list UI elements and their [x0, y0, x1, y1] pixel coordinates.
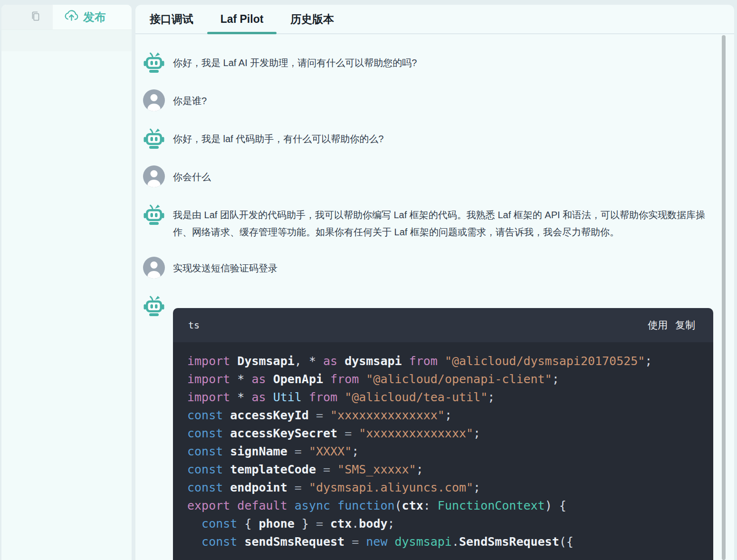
chat-message-bot: 你好，我是 laf 代码助手，有什么可以帮助你的么? — [143, 127, 734, 149]
code-line: import * as OpenApi from "@alicloud/open… — [187, 370, 699, 388]
code-line: const accessKeySecret = "xxxxxxxxxxxxxx"… — [187, 425, 699, 443]
chat-message-bot: 你好，我是 Laf AI 开发助理，请问有什么可以帮助您的吗? — [143, 51, 734, 73]
message-text: 你是谁? — [173, 89, 207, 111]
bot-avatar-icon — [143, 51, 165, 73]
tab-laf-pilot[interactable]: Laf Pilot — [207, 5, 277, 33]
code-block-header: ts 使用 复制 — [173, 308, 713, 342]
chat-area: 你好，我是 Laf AI 开发助理，请问有什么可以帮助您的吗?你是谁?你好，我是… — [135, 34, 734, 560]
code-line: import * as Util from "@alicloud/tea-uti… — [187, 388, 699, 406]
code-block: ts 使用 复制 import Dysmsapi, * as dysmsapi … — [173, 308, 713, 560]
code-actions: 使用 复制 — [648, 319, 695, 332]
code-line: const templateCode = "SMS_xxxxx"; — [187, 461, 699, 479]
copy-icon[interactable] — [29, 10, 42, 24]
code-line: const accessKeyId = "xxxxxxxxxxxxxx"; — [187, 406, 699, 425]
code-line: const sendSmsRequest = new dysmsapi.Send… — [187, 533, 699, 551]
sidebar-header: 发布 — [1, 5, 132, 29]
editor-panel: 接口调试 Laf Pilot 历史版本 你好，我是 Laf AI 开发助理，请问… — [135, 5, 734, 560]
chat-message-user: 实现发送短信验证码登录 — [143, 257, 734, 279]
bot-avatar-icon — [143, 295, 165, 317]
message-text: 实现发送短信验证码登录 — [173, 257, 278, 279]
publish-label: 发布 — [83, 10, 106, 25]
function-sidebar-panel: 发布 — [1, 5, 132, 560]
code-body: import Dysmsapi, * as dysmsapi from "@al… — [173, 342, 713, 560]
user-avatar-icon — [143, 165, 165, 187]
message-text: 你会什么 — [173, 165, 211, 187]
chat-message-bot: 我是由 Laf 团队开发的代码助手，我可以帮助你编写 Laf 框架的代码。我熟悉… — [143, 203, 734, 241]
bot-avatar-icon — [143, 127, 165, 149]
user-avatar-icon — [143, 89, 165, 111]
message-text: 你好，我是 laf 代码助手，有什么可以帮助你的么? — [173, 127, 383, 149]
code-line: export default async function(ctx: Funct… — [187, 497, 699, 515]
tab-interface-debug[interactable]: 接口调试 — [136, 5, 207, 33]
laf-app-window: 发布 接口调试 Laf Pilot 历史版本 你好，我是 Laf AI 开发助理… — [0, 0, 737, 560]
chat-message-user: 你会什么 — [143, 165, 734, 187]
publish-button[interactable]: 发布 — [64, 9, 106, 26]
sidebar-subheader — [1, 29, 132, 51]
user-avatar-icon — [143, 257, 165, 279]
tab-history-versions[interactable]: 历史版本 — [277, 5, 347, 33]
code-line: import Dysmsapi, * as dysmsapi from "@al… — [187, 352, 699, 370]
code-line: const endpoint = "dysmsapi.aliyuncs.com"… — [187, 479, 699, 497]
code-line: const signName = "XXXX"; — [187, 443, 699, 461]
copy-segment — [1, 5, 53, 29]
use-code-button[interactable]: 使用 — [648, 319, 668, 332]
code-line: const { phone } = ctx.body; — [187, 515, 699, 533]
chat-scrollbar[interactable] — [722, 35, 726, 560]
message-text: 你好，我是 Laf AI 开发助理，请问有什么可以帮助您的吗? — [173, 51, 417, 73]
chat-message-bot-code: ts 使用 复制 import Dysmsapi, * as dysmsapi … — [143, 295, 734, 560]
chat-message-list: 你好，我是 Laf AI 开发助理，请问有什么可以帮助您的吗?你是谁?你好，我是… — [143, 51, 734, 279]
bot-avatar-icon — [143, 203, 165, 225]
chat-message-user: 你是谁? — [143, 89, 734, 111]
code-language-label: ts — [188, 319, 200, 331]
message-text: 我是由 Laf 团队开发的代码助手，我可以帮助你编写 Laf 框架的代码。我熟悉… — [173, 203, 716, 241]
copy-code-button[interactable]: 复制 — [675, 319, 695, 332]
cloud-upload-icon — [64, 9, 79, 26]
panel-tabbar: 接口调试 Laf Pilot 历史版本 — [135, 5, 734, 34]
